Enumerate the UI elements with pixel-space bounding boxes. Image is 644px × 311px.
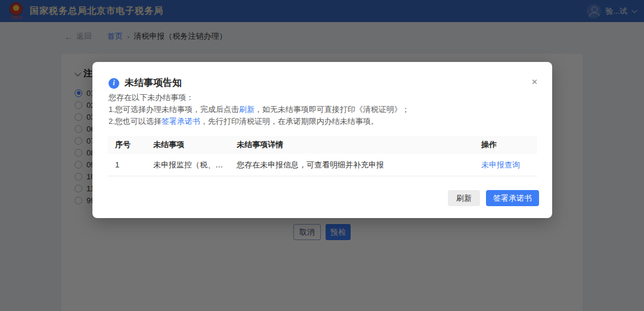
col-detail: 未结事项详情 (229, 139, 473, 150)
table-header-row: 序号 未结事项 未结事项详情 操作 (107, 136, 537, 154)
instruction-line-1: 1.您可选择办理未结事项，完成后点击刷新，如无未结事项即可直接打印《清税证明》； (109, 104, 410, 116)
col-item: 未结事项 (145, 139, 229, 150)
undeclared-query-link[interactable]: 未申报查询 (473, 160, 537, 170)
cell-item: 未申报监控（税、规费... (145, 160, 229, 170)
info-icon: i (109, 78, 119, 89)
table-row: 1 未申报监控（税、规费... 您存在未申报信息，可查看明细并补充申报 未申报查… (107, 154, 537, 176)
sign-commitment-button[interactable]: 签署承诺书 (486, 190, 539, 206)
refresh-inline-link[interactable]: 刷新 (239, 105, 255, 114)
cell-seq: 1 (107, 160, 145, 169)
instruction-line-2: 2.您也可以选择签署承诺书，先行打印清税证明，在承诺期限内办结未结事项。 (109, 116, 410, 127)
cell-detail: 您存在未申报信息，可查看明细并补充申报 (229, 160, 473, 170)
dialog-footer: 刷新 签署承诺书 (448, 190, 539, 206)
pending-items-table: 序号 未结事项 未结事项详情 操作 1 未申报监控（税、规费... 您存在未申报… (107, 136, 537, 176)
intro-line: 您存在以下未办结事项： (109, 92, 410, 104)
pending-items-dialog: i 未结事项告知 ✕ 您存在以下未办结事项： 1.您可选择办理未结事项，完成后点… (92, 62, 552, 218)
col-action: 操作 (473, 139, 537, 150)
close-icon[interactable]: ✕ (531, 78, 538, 86)
sign-commitment-inline-link[interactable]: 签署承诺书 (162, 117, 200, 126)
dialog-body-text: 您存在以下未办结事项： 1.您可选择办理未结事项，完成后点击刷新，如无未结事项即… (109, 92, 410, 127)
dialog-title: 未结事项告知 (125, 77, 182, 89)
refresh-button[interactable]: 刷新 (448, 190, 480, 206)
dialog-header: i 未结事项告知 (109, 77, 182, 89)
col-seq: 序号 (107, 139, 145, 150)
